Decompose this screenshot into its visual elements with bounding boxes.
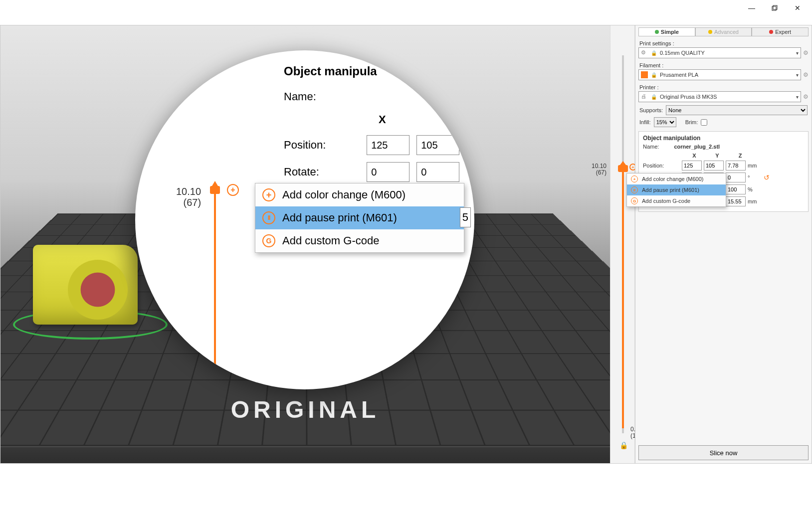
magnifier-overlay: + 10.10 (67) Object manipula Name: corne… <box>135 50 474 389</box>
om-axis-headers: X Y Z <box>683 153 804 159</box>
svg-rect-0 <box>772 6 776 10</box>
om-position-x[interactable] <box>682 161 702 171</box>
lock-icon: 🔒 <box>651 72 657 78</box>
om-size-unit: mm <box>748 198 760 204</box>
position-row-zoom: Position: <box>284 135 463 155</box>
mode-tab-simple[interactable]: Simple <box>638 27 695 36</box>
viewport-3d[interactable]: ORIGINAL + 10.10 (67) Object manipula <box>0 25 610 463</box>
brim-checkbox[interactable] <box>701 119 707 126</box>
mode-tabs: Simple Advanced Expert <box>635 25 812 38</box>
layer-slider-lock-icon[interactable]: 🔒 <box>619 441 628 449</box>
filament-label: Filament : <box>635 60 812 69</box>
pause-icon: II <box>631 186 638 193</box>
rotate-row-zoom: Rotate: <box>284 162 463 182</box>
slider-thumb-top[interactable] <box>210 186 220 194</box>
print-settings-combo[interactable]: ⚙ 🔒 0.15mm QUALITY ▾ <box>638 47 801 58</box>
menu-add-pause-print-small[interactable]: II Add pause print (M601) <box>627 184 726 195</box>
supports-label: Supports: <box>639 107 663 113</box>
dot-yellow-icon <box>708 30 712 34</box>
window-titlebar: — ✕ <box>0 0 812 16</box>
filament-combo[interactable]: 🔒 Prusament PLA ▾ <box>638 69 801 80</box>
main-layout: ORIGINAL + 10.10 (67) Object manipula <box>0 25 812 464</box>
om-position-label: Position: <box>643 163 680 169</box>
window-maximize-icon <box>772 5 778 11</box>
infill-label: Infill: <box>639 119 651 125</box>
name-row-zoom: Name: corner_ <box>284 90 474 103</box>
plus-icon: + <box>631 176 638 182</box>
layer-slider-top-label: 10.10(67) <box>592 163 607 176</box>
menu-item-label: Add pause print (M601) <box>282 211 397 224</box>
layer-slider-zoom[interactable]: + 10.10 (67) <box>205 125 225 364</box>
name-value: corner_ <box>453 90 474 103</box>
scale-factor-peek: 5 <box>460 207 471 227</box>
printer-value: Original Prusa i3 MK3S <box>660 94 717 100</box>
svg-rect-1 <box>773 5 777 9</box>
layer-slider-fill <box>622 170 624 428</box>
edit-preset-icon[interactable]: ⚙ <box>803 49 809 56</box>
supports-select[interactable]: None <box>666 105 808 115</box>
layer-slider-top-thumb[interactable] <box>618 165 628 172</box>
mode-tab-advanced[interactable]: Advanced <box>695 27 752 36</box>
model-infill-detail <box>68 260 128 320</box>
om-position-unit: mm <box>748 163 760 169</box>
lock-icon: 🔒 <box>651 94 657 100</box>
window-minimize-button[interactable]: — <box>740 0 763 16</box>
edit-preset-icon[interactable]: ⚙ <box>803 71 809 78</box>
menu-item-label: Add color change (M600) <box>282 188 406 201</box>
object-manipulation-title-zoom: Object manipula <box>284 64 377 78</box>
add-marker-icon[interactable]: + <box>227 184 239 196</box>
chevron-down-icon: ▾ <box>796 94 799 100</box>
window-maximize-button[interactable] <box>763 0 786 16</box>
om-position-y[interactable] <box>704 161 724 171</box>
reset-rotation-icon[interactable]: ↺ <box>764 174 770 181</box>
om-name-label: Name: <box>643 144 659 150</box>
rotate-y-input-zoom[interactable] <box>416 162 459 182</box>
layer-slider[interactable]: 10.10(67) 0.20(1) 🔒 <box>610 25 635 463</box>
print-settings-label: Print settings : <box>635 38 812 47</box>
position-x-input-zoom[interactable] <box>367 135 409 155</box>
name-label: Name: <box>284 90 316 103</box>
print-settings-value: 0.15mm QUALITY <box>660 50 705 56</box>
rotate-x-input-zoom[interactable] <box>367 162 409 182</box>
edit-preset-icon[interactable]: ⚙ <box>803 93 809 100</box>
om-scale-z[interactable] <box>726 184 746 194</box>
layer-context-menu-zoom: Add color change (M600) Add pause print … <box>255 183 464 253</box>
printer-combo[interactable]: 🖨 🔒 Original Prusa i3 MK3S ▾ <box>638 91 801 102</box>
menu-item-label: Add color change (M600) <box>642 176 704 182</box>
rotate-label: Rotate: <box>284 166 364 178</box>
pause-icon <box>262 211 275 224</box>
mode-tab-expert[interactable]: Expert <box>752 27 809 36</box>
dot-red-icon <box>769 30 773 34</box>
right-panel: Simple Advanced Expert Print settings : … <box>635 25 812 463</box>
slice-now-button[interactable]: Slice now <box>638 445 809 460</box>
layer-context-menu: + Add color change (M600) II Add pause p… <box>626 173 726 207</box>
menu-add-color-change-small[interactable]: + Add color change (M600) <box>627 174 726 184</box>
menu-add-custom-gcode-small[interactable]: G Add custom G-code <box>627 195 726 206</box>
menu-add-pause-print[interactable]: Add pause print (M601) <box>255 206 464 229</box>
gcode-icon <box>262 234 275 247</box>
lock-icon: 🔒 <box>651 50 657 56</box>
bed-brand-label: ORIGINAL <box>231 396 380 423</box>
om-rotate-unit: ° <box>748 175 760 180</box>
om-size-z[interactable] <box>726 196 746 206</box>
om-rotate-z[interactable] <box>726 173 746 182</box>
model-body <box>33 245 138 325</box>
om-scale-unit: % <box>748 186 760 192</box>
om-position-z[interactable] <box>726 161 746 171</box>
gear-icon: ⚙ <box>641 49 648 56</box>
position-y-input-zoom[interactable] <box>416 135 459 155</box>
axis-x-label-zoom: X <box>379 113 386 126</box>
dot-green-icon <box>655 30 659 34</box>
chevron-down-icon: ▾ <box>796 50 799 56</box>
infill-select[interactable]: 15% <box>654 117 676 127</box>
slider-top-label: 10.10 (67) <box>176 186 201 208</box>
om-name-value: corner_plug_2.stl <box>674 144 720 150</box>
menu-item-label: Add custom G-code <box>282 234 379 247</box>
menu-add-custom-gcode[interactable]: Add custom G-code <box>255 229 464 252</box>
menu-add-color-change[interactable]: Add color change (M600) <box>255 183 464 206</box>
filament-value: Prusament PLA <box>660 72 698 78</box>
window-close-button[interactable]: ✕ <box>786 0 809 16</box>
object-manipulation-title: Object manipulation <box>643 135 804 142</box>
chevron-down-icon: ▾ <box>796 72 799 78</box>
brim-label: Brim: <box>685 119 698 125</box>
